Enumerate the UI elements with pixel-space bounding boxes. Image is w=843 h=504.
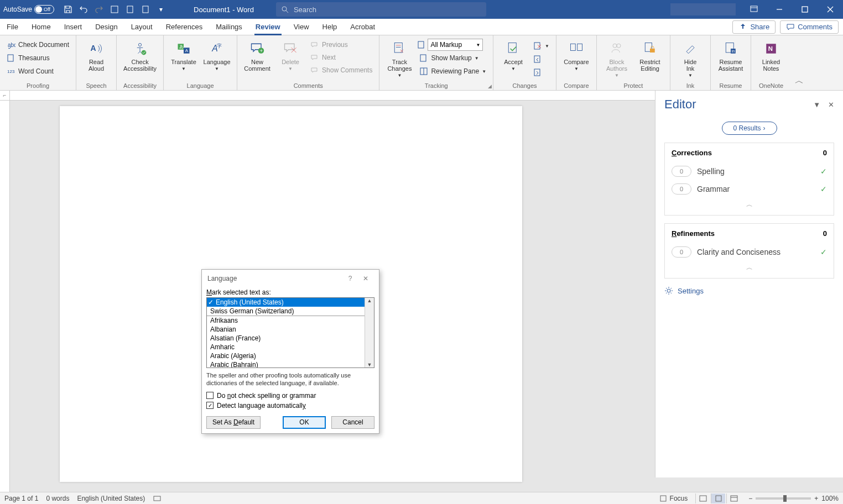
- pane-options-icon[interactable]: ▼: [813, 101, 820, 109]
- linked-notes-button[interactable]: N Linked Notes: [756, 38, 787, 72]
- tab-file[interactable]: File: [0, 19, 25, 35]
- cancel-button[interactable]: Cancel: [331, 416, 374, 429]
- language-status[interactable]: English (United States): [77, 495, 145, 502]
- qat-icon-2[interactable]: [123, 2, 137, 17]
- print-layout-icon[interactable]: [711, 494, 725, 503]
- lang-item[interactable]: Arabic (Algeria): [207, 351, 365, 360]
- word-count-status[interactable]: 0 words: [46, 495, 69, 502]
- tab-view[interactable]: View: [287, 19, 316, 35]
- resume-assistant-button[interactable]: in Resume Assistant: [715, 38, 746, 72]
- check-document-button[interactable]: abcCheck Document: [4, 39, 71, 51]
- tab-insert[interactable]: Insert: [58, 19, 89, 35]
- show-comments-button[interactable]: Show Comments: [308, 64, 374, 76]
- no-check-checkbox[interactable]: Do not check spelling or grammar: [206, 391, 374, 401]
- hide-ink-button[interactable]: Hide Ink▼: [675, 38, 706, 78]
- spelling-row[interactable]: 0 Spelling ✓: [672, 162, 827, 180]
- ribbon-options-icon[interactable]: [741, 0, 767, 19]
- word-count-button[interactable]: 123Word Count: [4, 65, 71, 77]
- lang-item[interactable]: Afrikaans: [207, 316, 365, 325]
- language-button[interactable]: A字 Language▼: [201, 38, 232, 71]
- dialog-help-icon[interactable]: ?: [342, 275, 358, 282]
- previous-comment-button[interactable]: Previous: [308, 39, 374, 51]
- qat-icon-1[interactable]: [107, 2, 122, 17]
- tab-review[interactable]: Review: [249, 19, 287, 35]
- zoom-out-button[interactable]: −: [748, 495, 752, 502]
- tab-layout[interactable]: Layout: [124, 19, 159, 35]
- grammar-row[interactable]: 0 Grammar ✓: [672, 180, 827, 198]
- next-comment-button[interactable]: Next: [308, 51, 374, 64]
- detect-lang-checkbox[interactable]: ✓Detect language automatically: [206, 401, 374, 411]
- tab-help[interactable]: Help: [316, 19, 344, 35]
- prev-change-button[interactable]: [531, 53, 551, 65]
- accept-button[interactable]: Accept▼: [498, 38, 529, 71]
- expand-refinements[interactable]: ︿: [672, 261, 827, 272]
- tab-references[interactable]: References: [159, 19, 209, 35]
- reject-button[interactable]: ▼: [531, 40, 551, 52]
- results-button[interactable]: 0 Results›: [722, 122, 777, 135]
- lang-item[interactable]: Swiss German (Switzerland): [207, 307, 365, 316]
- search-input[interactable]: Search: [276, 2, 486, 17]
- lang-item[interactable]: Albanian: [207, 325, 365, 334]
- share-button[interactable]: Share: [732, 20, 776, 34]
- undo-icon[interactable]: [76, 2, 91, 17]
- markup-select[interactable]: All Markup▼: [428, 39, 483, 51]
- zoom-value[interactable]: 100%: [821, 495, 839, 502]
- save-icon[interactable]: [61, 2, 75, 17]
- ruler-vertical[interactable]: [0, 101, 10, 492]
- qat-customize-icon[interactable]: ▾: [154, 2, 168, 17]
- svg-point-3: [282, 7, 287, 11]
- close-icon[interactable]: [818, 0, 843, 19]
- maximize-icon[interactable]: [792, 0, 818, 19]
- page-status[interactable]: Page 1 of 1: [4, 495, 38, 502]
- scroll-up-icon[interactable]: ▲: [367, 298, 372, 303]
- zoom-in-button[interactable]: +: [814, 495, 818, 502]
- tab-home[interactable]: Home: [25, 19, 58, 35]
- tab-acrobat[interactable]: Acrobat: [344, 19, 382, 35]
- compare-button[interactable]: Compare▼: [561, 38, 592, 71]
- minimize-icon[interactable]: [767, 0, 792, 19]
- delete-comment-button[interactable]: Delete▼: [275, 38, 306, 71]
- ok-button[interactable]: OK: [283, 416, 326, 429]
- clarity-row[interactable]: 0 Clarity and Conciseness ✓: [672, 243, 827, 261]
- new-comment-button[interactable]: + New Comment: [242, 38, 273, 72]
- thesaurus-button[interactable]: Thesaurus: [4, 52, 71, 64]
- translate-button[interactable]: あA Translate▼: [168, 38, 199, 71]
- autosave-switch[interactable]: Off: [34, 5, 54, 14]
- read-mode-icon[interactable]: [695, 494, 710, 503]
- user-badge[interactable]: [670, 3, 736, 15]
- ribbon: abcCheck Document Thesaurus 123Word Coun…: [0, 35, 843, 91]
- next-change-button[interactable]: [531, 66, 551, 78]
- web-layout-icon[interactable]: [726, 494, 741, 503]
- reviewing-pane-button[interactable]: Reviewing Pane ▼: [417, 65, 488, 77]
- lang-item[interactable]: Amharic: [207, 343, 365, 351]
- dialog-titlebar[interactable]: Language ? ✕: [202, 270, 379, 287]
- scroll-down-icon[interactable]: ▼: [367, 362, 372, 368]
- editor-settings-button[interactable]: Settings: [664, 286, 834, 295]
- redo-icon[interactable]: [92, 2, 106, 17]
- macro-icon[interactable]: [153, 494, 162, 503]
- pane-close-icon[interactable]: ✕: [828, 101, 834, 109]
- tab-mailings[interactable]: Mailings: [209, 19, 249, 35]
- autosave-toggle[interactable]: AutoSave Off: [0, 5, 58, 14]
- tab-design[interactable]: Design: [89, 19, 124, 35]
- zoom-slider[interactable]: [756, 497, 811, 500]
- language-list[interactable]: ✓English (United States) Swiss German (S…: [206, 297, 374, 368]
- check-accessibility-button[interactable]: Check Accessibility: [121, 38, 159, 72]
- show-markup-button[interactable]: Show Markup ▼: [417, 52, 488, 64]
- collapse-ribbon-icon[interactable]: ︿: [791, 35, 808, 90]
- lang-item[interactable]: Alsatian (France): [207, 334, 365, 343]
- track-changes-button[interactable]: Track Changes▼: [384, 38, 415, 78]
- restrict-editing-button[interactable]: Restrict Editing: [634, 38, 665, 72]
- set-default-button[interactable]: Set As Default: [206, 416, 261, 429]
- comments-button[interactable]: Comments: [780, 20, 839, 34]
- lang-item[interactable]: Arabic (Bahrain): [207, 360, 365, 368]
- expand-corrections[interactable]: ︿: [672, 198, 827, 209]
- tracking-dialog-launcher[interactable]: ◢: [488, 83, 492, 89]
- dialog-close-icon[interactable]: ✕: [358, 275, 373, 282]
- focus-mode-button[interactable]: Focus: [659, 494, 688, 503]
- list-scrollbar[interactable]: ▲▼: [365, 298, 374, 368]
- read-aloud-button[interactable]: A Read Aloud: [81, 38, 112, 72]
- block-authors-button[interactable]: Block Authors▼: [601, 38, 632, 78]
- lang-item-selected[interactable]: ✓English (United States): [207, 298, 365, 307]
- qat-icon-3[interactable]: [138, 2, 153, 17]
